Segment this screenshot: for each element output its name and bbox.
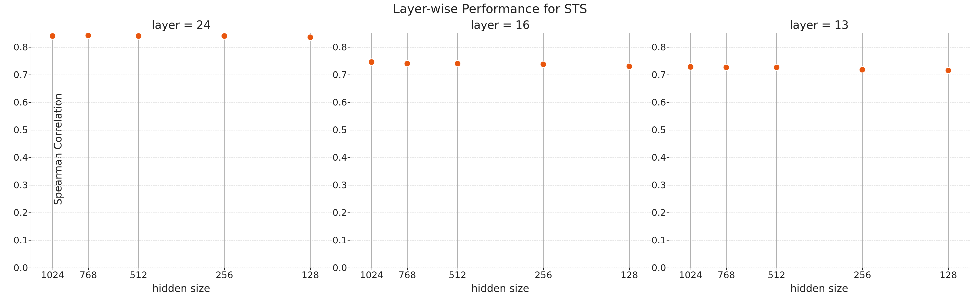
y-tick-label: 0.4 bbox=[652, 152, 669, 163]
data-point bbox=[687, 63, 694, 70]
data-point bbox=[49, 32, 56, 40]
gridline bbox=[31, 268, 332, 268]
gridline bbox=[350, 130, 651, 131]
y-tick-label: 0.4 bbox=[332, 152, 350, 163]
gridline bbox=[350, 212, 651, 213]
stem-line bbox=[543, 33, 544, 268]
gridline bbox=[350, 47, 651, 48]
stem-line bbox=[88, 33, 89, 268]
gridline bbox=[31, 157, 332, 158]
panel-title: layer = 13 bbox=[669, 18, 970, 32]
x-tick-label: 768 bbox=[80, 268, 97, 280]
y-tick-label: 0.5 bbox=[652, 124, 669, 135]
y-tick-label: 0.1 bbox=[652, 235, 669, 245]
x-tick-label: 256 bbox=[535, 268, 552, 280]
y-tick-label: 0.3 bbox=[652, 180, 669, 190]
x-tick-label: 1024 bbox=[679, 268, 702, 280]
x-tick-label: 128 bbox=[620, 268, 638, 280]
x-tick-label: 256 bbox=[854, 268, 871, 280]
gridline bbox=[669, 47, 970, 48]
panel: layer = 240.00.10.20.30.40.50.60.70.8102… bbox=[30, 18, 332, 298]
gridline bbox=[669, 75, 970, 75]
data-point bbox=[626, 63, 633, 70]
y-tick-label: 0.5 bbox=[332, 124, 350, 135]
stem-line bbox=[407, 33, 407, 268]
panel-title: layer = 16 bbox=[350, 18, 651, 32]
gridline bbox=[350, 268, 651, 268]
y-tick-label: 0.7 bbox=[652, 69, 669, 80]
plot-area: 0.00.10.20.30.40.50.60.70.81024768512256… bbox=[669, 33, 970, 268]
figure-title: Layer-wise Performance for STS bbox=[0, 2, 980, 16]
y-tick-label: 0.1 bbox=[14, 235, 31, 245]
x-tick-label: 768 bbox=[718, 268, 735, 280]
y-tick-label: 0.0 bbox=[14, 263, 31, 273]
data-point bbox=[85, 32, 92, 39]
y-tick-label: 0.5 bbox=[14, 124, 31, 135]
y-tick-label: 0.7 bbox=[14, 69, 31, 80]
panel: layer = 130.00.10.20.30.40.50.60.70.8102… bbox=[669, 18, 970, 298]
data-point bbox=[135, 32, 142, 40]
x-tick-label: 1024 bbox=[360, 268, 383, 280]
data-point bbox=[945, 67, 952, 74]
x-tick-label: 768 bbox=[398, 268, 416, 280]
gridline bbox=[350, 102, 651, 103]
gridline bbox=[350, 157, 651, 158]
y-tick-label: 0.7 bbox=[332, 69, 350, 80]
x-tick-label: 128 bbox=[301, 268, 319, 280]
gridline bbox=[31, 47, 332, 48]
gridline bbox=[669, 157, 970, 158]
y-tick-label: 0.8 bbox=[332, 42, 350, 53]
x-tick-label: 512 bbox=[449, 268, 466, 280]
data-point bbox=[221, 32, 228, 40]
data-point bbox=[368, 59, 375, 65]
y-tick-label: 0.4 bbox=[14, 152, 31, 163]
gridline bbox=[669, 212, 970, 213]
data-point bbox=[859, 66, 866, 73]
gridline bbox=[669, 268, 970, 268]
x-axis-label: hidden size bbox=[350, 282, 651, 294]
gridline bbox=[669, 185, 970, 186]
gridline bbox=[669, 130, 970, 131]
y-tick-label: 0.1 bbox=[332, 235, 350, 245]
gridline bbox=[350, 240, 651, 241]
panel-title: layer = 24 bbox=[30, 18, 332, 32]
data-point bbox=[454, 60, 461, 67]
x-tick-label: 256 bbox=[216, 268, 233, 280]
y-tick-label: 0.3 bbox=[332, 180, 350, 190]
x-axis-label: hidden size bbox=[30, 282, 332, 294]
x-tick-label: 512 bbox=[768, 268, 785, 280]
y-tick-label: 0.2 bbox=[652, 207, 669, 218]
stem-line bbox=[371, 33, 372, 268]
y-tick-label: 0.8 bbox=[14, 42, 31, 53]
plot-area: 0.00.10.20.30.40.50.60.70.81024768512256… bbox=[30, 33, 332, 268]
y-tick-label: 0.0 bbox=[332, 263, 350, 273]
stem-line bbox=[138, 33, 139, 268]
y-tick-label: 0.6 bbox=[652, 97, 669, 107]
y-tick-label: 0.3 bbox=[14, 180, 31, 190]
x-tick-label: 128 bbox=[939, 268, 957, 280]
gridline bbox=[31, 212, 332, 213]
x-tick-label: 512 bbox=[130, 268, 147, 280]
y-tick-label: 0.2 bbox=[332, 207, 350, 218]
data-point bbox=[540, 61, 547, 68]
stem-line bbox=[224, 33, 225, 268]
x-axis-label: hidden size bbox=[669, 282, 970, 294]
gridline bbox=[350, 75, 651, 75]
gridline bbox=[31, 130, 332, 131]
gridline bbox=[31, 185, 332, 186]
gridline bbox=[31, 102, 332, 103]
gridline bbox=[350, 185, 651, 186]
y-tick-label: 0.8 bbox=[652, 42, 669, 53]
y-tick-label: 0.6 bbox=[332, 97, 350, 107]
data-point bbox=[404, 60, 411, 67]
gridline bbox=[669, 240, 970, 241]
stem-line bbox=[310, 33, 310, 268]
data-point bbox=[307, 34, 314, 41]
x-tick-label: 1024 bbox=[41, 268, 64, 280]
y-tick-label: 0.0 bbox=[652, 263, 669, 273]
data-point bbox=[723, 64, 730, 71]
gridline bbox=[669, 102, 970, 103]
gridline bbox=[31, 75, 332, 75]
stem-line bbox=[52, 33, 53, 268]
data-point bbox=[773, 64, 780, 71]
